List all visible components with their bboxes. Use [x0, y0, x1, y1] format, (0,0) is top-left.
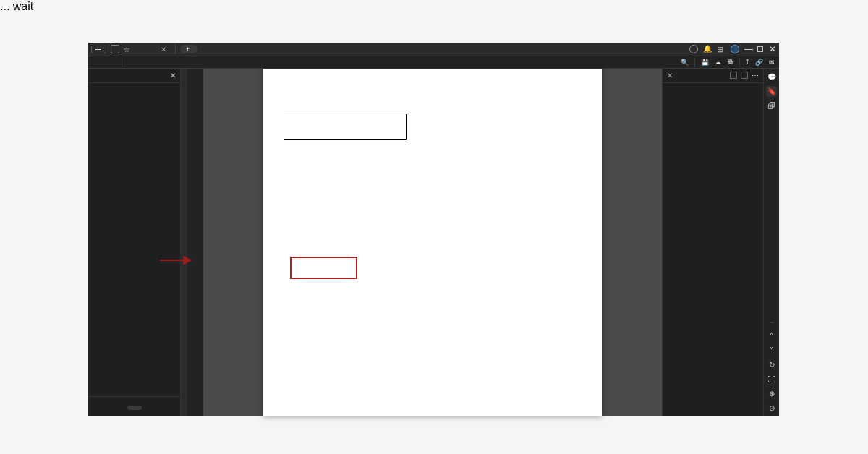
bookmarks-header: ✕ ⋯ — [663, 69, 763, 83]
bookmarks-panel: ✕ ⋯ — [662, 69, 763, 416]
top-menubar: ☆ ✕ + 🔔 — ✕ — [88, 43, 779, 56]
vertical-tool-column — [187, 69, 203, 416]
close-window-button[interactable]: ✕ — [769, 44, 776, 54]
bookmarks-body — [663, 83, 763, 416]
search-icon: 🔍 — [681, 59, 689, 66]
close-tab-icon[interactable]: ✕ — [161, 46, 166, 53]
acrobat-window: ☆ ✕ + 🔔 — ✕ 🔍 — [88, 43, 779, 416]
create-button[interactable]: + — [180, 45, 197, 53]
caption-left — [284, 113, 407, 140]
all-tools-panel: ✕ — [88, 69, 181, 416]
scroll-down-icon[interactable]: ˅ — [766, 345, 777, 356]
bookmarks-header-actions: ⋯ — [730, 72, 759, 80]
scrollbar-gutter[interactable] — [181, 69, 187, 416]
secbar-right: 🔍 💾 ☁ 🖶 ⤴ 🔗 ✉ — [678, 58, 775, 67]
document-tab[interactable]: ✕ — [135, 46, 171, 53]
find-field[interactable]: 🔍 — [678, 59, 689, 66]
main-area: ✕ — [88, 69, 779, 416]
rail-pages-icon[interactable]: 🗐 — [766, 100, 777, 111]
secondary-toolbar: 🔍 💾 ☁ 🖶 ⤴ 🔗 ✉ — [88, 56, 779, 69]
rail-bookmarks-icon[interactable]: 🔖 — [766, 86, 777, 97]
mail-icon[interactable]: ✉ — [769, 59, 775, 66]
sidebar-footer — [88, 396, 180, 416]
share-icon[interactable]: ⤴ — [746, 59, 749, 66]
plus-icon: + — [186, 46, 190, 53]
zoom-out-icon[interactable]: ⊖ — [766, 403, 777, 414]
document-viewport[interactable] — [203, 69, 662, 416]
bell-icon[interactable]: 🔔 — [703, 45, 712, 53]
maximize-button[interactable] — [757, 44, 764, 54]
bookmarks-more-icon[interactable]: ⋯ — [752, 72, 759, 80]
profile-globe-icon[interactable] — [731, 45, 739, 53]
highlight-box-annotation — [290, 257, 357, 279]
hamburger-icon — [95, 48, 101, 51]
caption-right — [407, 113, 582, 140]
see-all-button[interactable] — [127, 406, 142, 410]
rail-comments-icon[interactable]: 💬 — [766, 72, 777, 82]
separator — [175, 45, 176, 53]
pdf-page — [263, 69, 602, 416]
minimize-button[interactable]: — — [744, 44, 752, 54]
save-icon[interactable]: 💾 — [701, 59, 709, 66]
right-icon-rail: 💬 🔖 🗐 ˄ ˅ ↻ ⛶ ⊕ ⊖ — [763, 69, 779, 416]
menubar-right: 🔔 — ✕ — [689, 44, 776, 54]
close-bookmarks-icon[interactable]: ✕ — [667, 72, 673, 80]
print-icon[interactable]: 🖶 — [727, 59, 733, 66]
bookmarks-add-icon[interactable] — [741, 72, 748, 79]
tools-list — [88, 83, 180, 396]
scroll-up-icon[interactable]: ˄ — [766, 330, 777, 341]
cloud-icon[interactable]: ☁ — [715, 59, 721, 66]
star-icon[interactable]: ☆ — [124, 46, 130, 53]
fit-page-icon[interactable]: ⛶ — [766, 374, 777, 385]
home-icon[interactable] — [111, 45, 119, 53]
help-icon[interactable] — [689, 45, 698, 53]
close-panel-icon[interactable]: ✕ — [170, 72, 176, 80]
separator — [694, 58, 695, 67]
bookmarks-view-icon[interactable] — [730, 72, 737, 79]
zoom-in-icon[interactable]: ⊕ — [766, 388, 777, 399]
separator — [739, 58, 740, 67]
page-number-current[interactable] — [770, 322, 774, 323]
all-tools-header: ✕ — [88, 69, 180, 83]
annotation-arrow — [160, 255, 192, 265]
case-caption — [284, 113, 582, 140]
rotate-icon[interactable]: ↻ — [766, 359, 777, 370]
menu-button[interactable] — [91, 46, 106, 53]
app-switcher-icon[interactable] — [717, 45, 726, 53]
link-icon[interactable]: 🔗 — [755, 59, 763, 66]
separator — [122, 58, 122, 67]
